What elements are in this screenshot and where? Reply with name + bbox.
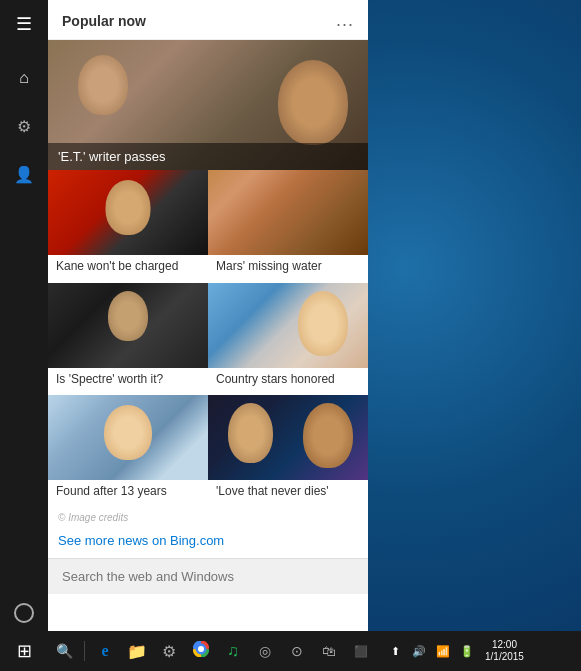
mars-image <box>208 170 368 255</box>
windows-icon: ⊞ <box>17 640 32 662</box>
tray-network[interactable]: 📶 <box>433 631 453 671</box>
sidebar-nav: ⌂ ⚙ 👤 <box>0 56 48 196</box>
sidebar-bottom <box>14 603 34 623</box>
taskbar-spotify[interactable]: ♫ <box>217 631 249 671</box>
desktop: ☰ ⌂ ⚙ 👤 Popular now ... 'E.T.' wr <box>0 0 581 671</box>
taskbar-divider <box>84 641 85 661</box>
sidebar-item-home[interactable]: ⌂ <box>0 56 48 100</box>
taskbar: ⊞ 🔍 e 📁 ⚙ <box>0 631 581 671</box>
up-arrow-icon: ⬆ <box>391 645 400 658</box>
found-image <box>48 395 208 480</box>
panel-search-input[interactable] <box>48 558 368 594</box>
chrome-icon <box>193 641 209 661</box>
news-panel: Popular now ... 'E.T.' writer passes Kan… <box>48 0 368 631</box>
edge-icon: e <box>101 642 108 660</box>
found-label: Found after 13 years <box>48 480 208 508</box>
start-sidebar: ☰ ⌂ ⚙ 👤 <box>0 0 48 631</box>
hamburger-icon: ☰ <box>16 13 32 35</box>
gear-icon: ⚙ <box>162 642 176 661</box>
home-icon: ⌂ <box>19 69 29 87</box>
kane-image <box>48 170 208 255</box>
tray-notification[interactable]: ⬆ <box>385 631 405 671</box>
taskbar-time: 12:00 <box>485 639 524 651</box>
news-item-mars[interactable]: Mars' missing water <box>208 170 368 283</box>
volume-icon: 🔊 <box>412 645 426 658</box>
news-panel-title: Popular now <box>62 13 146 29</box>
search-icon: 🔍 <box>56 643 73 659</box>
app-icon: ⬛ <box>354 645 368 658</box>
taskbar-edge[interactable]: e <box>89 631 121 671</box>
spectre-label: Is 'Spectre' worth it? <box>48 368 208 396</box>
taskbar-extra1[interactable]: ◎ <box>249 631 281 671</box>
circle-icon: ◎ <box>259 643 271 659</box>
bag-icon: 🛍 <box>322 643 336 659</box>
taskbar-settings[interactable]: ⚙ <box>153 631 185 671</box>
sidebar-item-account[interactable]: 👤 <box>0 152 48 196</box>
settings-icon: ⚙ <box>17 117 31 136</box>
news-item-spectre[interactable]: Is 'Spectre' worth it? <box>48 283 208 396</box>
tray-volume[interactable]: 🔊 <box>409 631 429 671</box>
taskbar-date: 1/1/2015 <box>485 651 524 663</box>
taskbar-folder[interactable]: 📁 <box>121 631 153 671</box>
country-image <box>208 283 368 368</box>
account-icon: 👤 <box>14 165 34 184</box>
sidebar-item-settings[interactable]: ⚙ <box>0 104 48 148</box>
spectre-image <box>48 283 208 368</box>
hero-caption: 'E.T.' writer passes <box>48 143 368 170</box>
mars-label: Mars' missing water <box>208 255 368 283</box>
taskbar-tray: ⬆ 🔊 📶 🔋 12:00 1/1/2015 <box>377 631 536 671</box>
taskbar-search-button[interactable]: 🔍 <box>48 631 80 671</box>
news-item-country[interactable]: Country stars honored <box>208 283 368 396</box>
battery-icon: 🔋 <box>460 645 474 658</box>
kane-label: Kane won't be charged <box>48 255 208 283</box>
svg-point-1 <box>198 646 204 652</box>
hero-news-item[interactable]: 'E.T.' writer passes <box>48 40 368 170</box>
hamburger-button[interactable]: ☰ <box>0 0 48 48</box>
news-item-found[interactable]: Found after 13 years <box>48 395 208 508</box>
taskbar-clock[interactable]: 12:00 1/1/2015 <box>481 639 528 663</box>
news-item-kane[interactable]: Kane won't be charged <box>48 170 208 283</box>
news-item-love[interactable]: 'Love that never dies' <box>208 395 368 508</box>
spotify-icon: ♫ <box>227 642 239 660</box>
love-label: 'Love that never dies' <box>208 480 368 508</box>
taskbar-extra3[interactable]: 🛍 <box>313 631 345 671</box>
record-icon: ⊙ <box>291 643 303 659</box>
taskbar-extra2[interactable]: ⊙ <box>281 631 313 671</box>
notification-circle[interactable] <box>14 603 34 623</box>
country-label: Country stars honored <box>208 368 368 396</box>
image-credit: © Image credits <box>48 508 368 527</box>
news-header: Popular now ... <box>48 0 368 40</box>
start-button[interactable]: ⊞ <box>0 631 48 671</box>
taskbar-extra4[interactable]: ⬛ <box>345 631 377 671</box>
news-grid: Kane won't be charged Mars' missing wate… <box>48 170 368 508</box>
see-more-link[interactable]: See more news on Bing.com <box>48 527 368 558</box>
love-image <box>208 395 368 480</box>
folder-icon: 📁 <box>127 642 147 661</box>
news-body: 'E.T.' writer passes Kane won't be charg… <box>48 40 368 631</box>
news-more-button[interactable]: ... <box>336 10 354 31</box>
taskbar-chrome[interactable] <box>185 631 217 671</box>
tray-battery[interactable]: 🔋 <box>457 631 477 671</box>
network-icon: 📶 <box>436 645 450 658</box>
